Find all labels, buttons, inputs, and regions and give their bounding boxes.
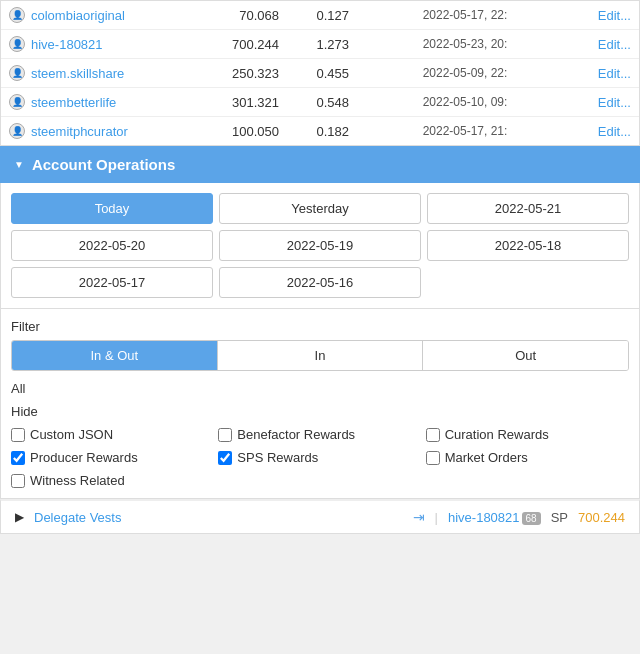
row-date: 2022-05-10, 09: [349, 95, 581, 109]
row-val1: 250.323 [189, 66, 279, 81]
username[interactable]: steembetterlife [31, 95, 116, 110]
edit-button[interactable]: Edit... [581, 66, 631, 81]
sp-label: SP [551, 510, 568, 525]
row-name[interactable]: steemitphcurator [9, 123, 189, 139]
user-icon [9, 94, 25, 110]
hide-checkbox[interactable] [426, 451, 440, 465]
filter-tabs: In & OutInOut [11, 340, 629, 371]
row-val1: 100.050 [189, 124, 279, 139]
user-icon [9, 123, 25, 139]
hide-checkbox-item: SPS Rewards [218, 450, 421, 465]
date-button[interactable]: 2022-05-19 [219, 230, 421, 261]
table-row: colombiaoriginal 70.068 0.127 2022-05-17… [1, 1, 639, 30]
username[interactable]: steem.skillshare [31, 66, 124, 81]
hide-checkbox-item: Producer Rewards [11, 450, 214, 465]
row-val1: 700.244 [189, 37, 279, 52]
hide-checkbox[interactable] [218, 428, 232, 442]
hide-checkbox-label: Custom JSON [30, 427, 113, 442]
edit-button[interactable]: Edit... [581, 37, 631, 52]
row-name[interactable]: hive-180821 [9, 36, 189, 52]
hide-checkbox-label: SPS Rewards [237, 450, 318, 465]
row-date: 2022-05-17, 22: [349, 8, 581, 22]
witness-label: Witness Related [30, 473, 125, 488]
table-row: steemitphcurator 100.050 0.182 2022-05-1… [1, 117, 639, 145]
row-date: 2022-05-17, 21: [349, 124, 581, 138]
delegate-vests-label[interactable]: Delegate Vests [34, 510, 403, 525]
collapse-arrow-icon: ▼ [14, 159, 24, 170]
row-val2: 0.182 [279, 124, 349, 139]
user-icon [9, 65, 25, 81]
hide-checkbox[interactable] [218, 451, 232, 465]
row-val2: 0.455 [279, 66, 349, 81]
footer-account-name[interactable]: hive-18082168 [448, 510, 541, 525]
hide-checkbox[interactable] [11, 451, 25, 465]
row-val2: 0.548 [279, 95, 349, 110]
hide-checkbox-item: Market Orders [426, 450, 629, 465]
hide-checkbox[interactable] [426, 428, 440, 442]
witness-row: Witness Related [11, 473, 629, 488]
table-row: steem.skillshare 250.323 0.455 2022-05-0… [1, 59, 639, 88]
hide-checkbox-item: Custom JSON [11, 427, 214, 442]
hide-label: Hide [11, 404, 629, 419]
row-val2: 0.127 [279, 8, 349, 23]
hide-checkbox-item: Curation Rewards [426, 427, 629, 442]
date-button[interactable]: 2022-05-18 [427, 230, 629, 261]
filter-tab[interactable]: Out [423, 341, 628, 370]
witness-checkbox[interactable] [11, 474, 25, 488]
username[interactable]: steemitphcurator [31, 124, 128, 139]
filter-tab[interactable]: In & Out [12, 341, 218, 370]
user-icon [9, 36, 25, 52]
row-val1: 70.068 [189, 8, 279, 23]
hide-checkbox-label: Curation Rewards [445, 427, 549, 442]
hide-checkbox-label: Benefactor Rewards [237, 427, 355, 442]
date-button[interactable]: 2022-05-20 [11, 230, 213, 261]
edit-button[interactable]: Edit... [581, 95, 631, 110]
username[interactable]: hive-180821 [31, 37, 103, 52]
date-button[interactable]: Today [11, 193, 213, 224]
accounts-table: colombiaoriginal 70.068 0.127 2022-05-17… [0, 0, 640, 146]
hide-checkbox[interactable] [11, 428, 25, 442]
row-date: 2022-05-09, 22: [349, 66, 581, 80]
filter-label: Filter [11, 319, 629, 334]
account-operations-title: Account Operations [32, 156, 175, 173]
user-icon [9, 7, 25, 23]
filter-tab[interactable]: In [218, 341, 424, 370]
date-button[interactable]: 2022-05-16 [219, 267, 421, 298]
divider: | [435, 510, 438, 525]
filter-all-label: All [11, 381, 629, 396]
sp-value: 700.244 [578, 510, 625, 525]
row-val2: 1.273 [279, 37, 349, 52]
date-button[interactable]: 2022-05-17 [11, 267, 213, 298]
row-name[interactable]: steem.skillshare [9, 65, 189, 81]
footer-bar: ▶ Delegate Vests ⇥ | hive-18082168 SP 70… [0, 499, 640, 534]
date-button[interactable]: 2022-05-21 [427, 193, 629, 224]
row-name[interactable]: colombiaoriginal [9, 7, 189, 23]
edit-button[interactable]: Edit... [581, 8, 631, 23]
login-icon[interactable]: ⇥ [413, 509, 425, 525]
hide-checkboxes: Custom JSON Benefactor Rewards Curation … [11, 427, 629, 465]
hide-checkbox-item: Benefactor Rewards [218, 427, 421, 442]
row-name[interactable]: steembetterlife [9, 94, 189, 110]
date-button[interactable]: Yesterday [219, 193, 421, 224]
table-row: hive-180821 700.244 1.273 2022-05-23, 20… [1, 30, 639, 59]
expand-icon[interactable]: ▶ [15, 510, 24, 524]
account-badge: 68 [522, 512, 541, 525]
edit-button[interactable]: Edit... [581, 124, 631, 139]
hide-checkbox-label: Market Orders [445, 450, 528, 465]
hide-checkbox-label: Producer Rewards [30, 450, 138, 465]
table-row: steembetterlife 301.321 0.548 2022-05-10… [1, 88, 639, 117]
row-date: 2022-05-23, 20: [349, 37, 581, 51]
username[interactable]: colombiaoriginal [31, 8, 125, 23]
row-val1: 301.321 [189, 95, 279, 110]
account-operations-header[interactable]: ▼ Account Operations [0, 146, 640, 183]
filter-section: Filter In & OutInOut All Hide Custom JSO… [0, 309, 640, 499]
date-grid: TodayYesterday2022-05-212022-05-202022-0… [0, 183, 640, 309]
